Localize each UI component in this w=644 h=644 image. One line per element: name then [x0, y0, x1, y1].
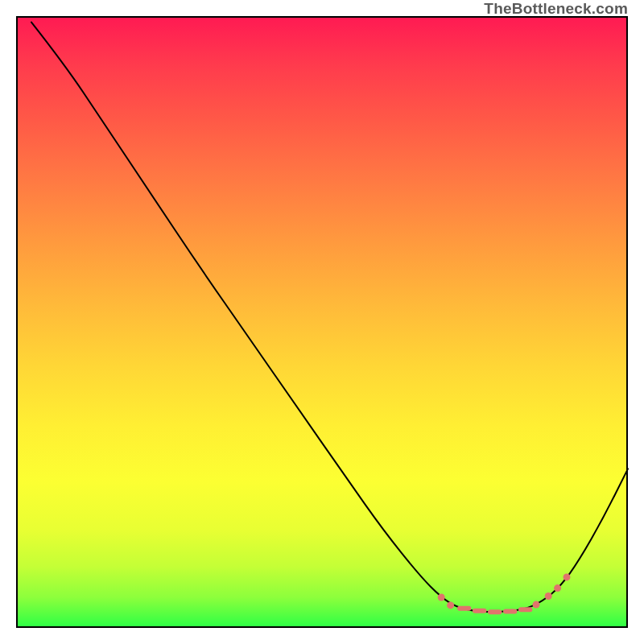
highlight-dot — [533, 601, 540, 609]
bottleneck-curve — [31, 23, 628, 612]
highlight-dot — [438, 594, 445, 601]
watermark-text: TheBottleneck.com — [484, 0, 628, 18]
highlight-dot — [545, 592, 552, 600]
highlight-dot — [554, 584, 561, 592]
chart-canvas: TheBottleneck.com — [0, 0, 644, 644]
highlight-dot — [564, 573, 571, 580]
highlight-dot — [447, 601, 454, 609]
chart-plot — [16, 16, 628, 628]
